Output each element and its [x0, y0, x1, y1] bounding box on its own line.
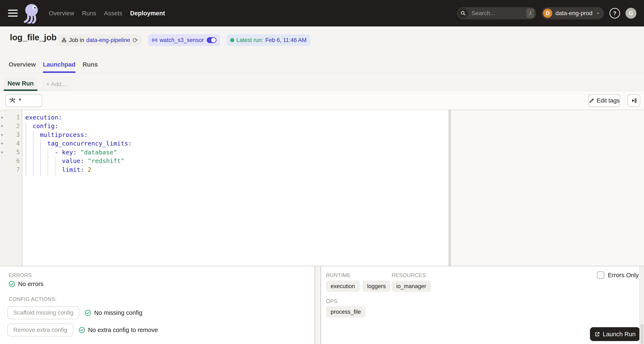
refresh-icon[interactable]: ⟳: [133, 36, 138, 44]
bottom-panel: ERRORS No errors CONFIG ACTIONS: Scaffol…: [0, 266, 644, 344]
page-title: log_file_job: [10, 33, 56, 42]
line-number: 7: [7, 166, 20, 173]
resource-tags: io_manager: [392, 281, 431, 292]
line-number: 4: [7, 140, 20, 147]
ops-label: OPS: [326, 298, 337, 304]
editor-preview-panel: [451, 110, 644, 266]
op-tags: process_file: [326, 306, 366, 318]
code-line[interactable]: 4 tag_concurrency_limits:: [0, 139, 448, 148]
nav-item-deployment[interactable]: Deployment: [130, 10, 165, 17]
fold-arrow-icon[interactable]: [0, 141, 7, 146]
run-config-tab-new-run[interactable]: New Run: [4, 77, 38, 91]
search-box[interactable]: /: [457, 7, 536, 19]
tab-runs[interactable]: Runs: [83, 61, 98, 73]
launch-run-button[interactable]: Launch Run: [590, 327, 640, 341]
check-circle-icon: [79, 327, 85, 333]
code-line[interactable]: 3 multiprocess:: [0, 130, 448, 139]
fold-arrow-icon[interactable]: [0, 115, 7, 120]
chevron-down-icon: [596, 11, 600, 15]
job-graph-icon: [61, 37, 67, 43]
config-editor[interactable]: 1 execution: 2 config: 3 multiprocess: 4…: [0, 110, 644, 266]
job-location-badge: Job in data-eng-pipeline ⟳: [58, 34, 142, 46]
workspace-avatar: D: [543, 8, 552, 18]
sensor-toggle[interactable]: [207, 37, 216, 43]
op-selector-input[interactable]: *: [5, 94, 42, 107]
resources-label: RESOURCES: [392, 272, 426, 278]
op-selector-icon: [9, 97, 16, 104]
latest-run-badge: Latest run: Feb 6, 11:46 AM: [226, 34, 310, 46]
line-number: 1: [7, 114, 20, 121]
job-in-label: Job in: [69, 37, 84, 43]
dagster-logo[interactable]: [23, 3, 40, 23]
workspace-switcher[interactable]: D data-eng-prod: [542, 7, 604, 19]
launchpad-toolbar: * Edit tags: [0, 91, 644, 110]
code-line[interactable]: 7 limit: 2: [0, 165, 448, 174]
fold-arrow-icon[interactable]: [0, 133, 7, 137]
code-text[interactable]: config:: [20, 122, 58, 130]
add-config-tab-button[interactable]: + Add...: [41, 77, 72, 91]
launch-icon: [594, 332, 600, 337]
edit-tags-label: Edit tags: [597, 97, 620, 104]
code-text[interactable]: limit: 2: [20, 166, 91, 173]
workspace-name: data-eng-prod: [556, 10, 592, 16]
sensor-link[interactable]: watch_s3_sensor: [160, 37, 204, 43]
edit-tags-button[interactable]: Edit tags: [588, 94, 620, 107]
runtime-tag[interactable]: loggers: [362, 281, 390, 292]
code-line[interactable]: 1 execution:: [0, 113, 448, 122]
expand-panel-button[interactable]: [628, 94, 640, 107]
config-actions-label: CONFIG ACTIONS:: [8, 296, 56, 302]
code-text[interactable]: execution:: [20, 114, 62, 121]
no-errors-row: No errors: [8, 281, 44, 288]
errors-only-checkbox[interactable]: [597, 271, 604, 279]
remove-status: No extra config to remove: [79, 327, 158, 334]
errors-section-label: ERRORS: [8, 272, 32, 278]
runtime-tag[interactable]: execution: [326, 281, 360, 292]
fold-arrow-icon[interactable]: [0, 124, 7, 128]
edit-pencil-icon: [589, 98, 594, 103]
bottom-panel-divider[interactable]: [315, 266, 321, 344]
help-icon[interactable]: ?: [610, 8, 620, 18]
check-circle-icon: [8, 281, 15, 287]
runtime-label: RUNTIME: [326, 272, 350, 278]
nav-item-runs[interactable]: Runs: [82, 10, 96, 17]
nav-right-cluster: / D data-eng-prod ? G: [457, 0, 636, 26]
nav-item-assets[interactable]: Assets: [104, 10, 122, 17]
code-text[interactable]: tag_concurrency_limits:: [20, 140, 132, 147]
scrollbar-thumb[interactable]: [641, 324, 643, 344]
code-text[interactable]: - key: "database": [20, 149, 117, 156]
op-tag[interactable]: process_file: [326, 306, 366, 318]
repo-link[interactable]: data-eng-pipeline: [86, 37, 130, 43]
scaffold-status: No missing config: [85, 309, 142, 316]
code-line[interactable]: 5 - key: "database": [0, 148, 448, 157]
remove-extra-config-button[interactable]: Remove extra config: [7, 324, 73, 337]
no-errors-text: No errors: [18, 281, 44, 288]
tab-launchpad[interactable]: Launchpad: [43, 61, 76, 73]
code-line[interactable]: 2 config:: [0, 122, 448, 131]
code-text[interactable]: value: "redshift": [20, 157, 124, 165]
hamburger-icon[interactable]: [8, 10, 18, 17]
user-avatar[interactable]: G: [626, 8, 636, 19]
tab-overview[interactable]: Overview: [8, 61, 36, 73]
nav-item-overview[interactable]: Overview: [49, 10, 74, 17]
search-input[interactable]: [471, 10, 526, 17]
top-nav: Overview Runs Assets Deployment / D data…: [0, 0, 644, 26]
scrollbar[interactable]: [639, 266, 644, 344]
latest-run-link[interactable]: Feb 6, 11:46 AM: [266, 37, 307, 43]
launchpad-tab-strip: New Run + Add...: [0, 73, 644, 91]
scaffold-action-row: Scaffold missing config No missing confi…: [7, 306, 142, 319]
scaffold-status-text: No missing config: [94, 309, 142, 316]
scaffold-missing-config-button[interactable]: Scaffold missing config: [7, 306, 79, 319]
check-circle-icon: [85, 310, 91, 316]
code-lines: 1 execution: 2 config: 3 multiprocess: 4…: [0, 113, 448, 174]
errors-only-label: Errors Only: [608, 272, 639, 279]
dagster-app: Overview Runs Assets Deployment / D data…: [0, 0, 644, 344]
job-badges: Job in data-eng-pipeline ⟳ watch_s3_sens…: [58, 34, 310, 46]
runtime-tags: execution loggers: [326, 281, 390, 292]
line-number: 5: [7, 149, 20, 156]
editor-split-handle[interactable]: [448, 110, 451, 266]
resource-tag[interactable]: io_manager: [392, 281, 431, 292]
code-line[interactable]: 6 value: "redshift": [0, 157, 448, 166]
expand-panel-icon: [631, 98, 637, 104]
fold-arrow-icon[interactable]: [0, 150, 7, 155]
code-text[interactable]: multiprocess:: [20, 131, 88, 138]
